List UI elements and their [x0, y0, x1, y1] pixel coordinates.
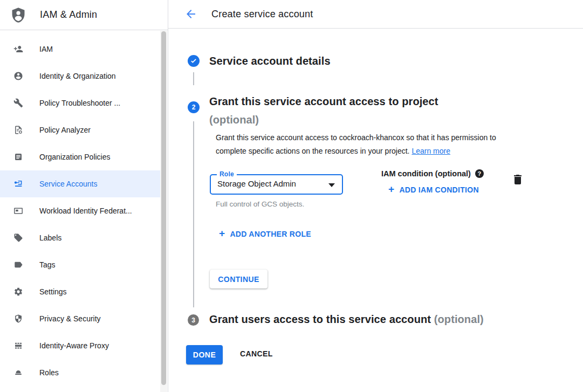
sidebar-nav: IAM Identity & Organization Policy Troub… — [0, 30, 160, 386]
step3-optional-label: (optional) — [434, 313, 484, 325]
step3-heading: Grant users access to this service accou… — [209, 313, 484, 326]
sidebar-item-label: Privacy & Security — [39, 314, 101, 323]
tag-icon — [13, 233, 23, 243]
sidebar-item-policy-analyzer[interactable]: Policy Analyzer — [0, 116, 160, 143]
wrench-icon — [13, 98, 23, 108]
main-area: Create service account Service account d… — [168, 0, 583, 392]
hat-icon — [13, 368, 23, 377]
sidebar-item-label: Workload Identity Federat... — [39, 207, 132, 215]
add-iam-condition-button[interactable]: + ADD IAM CONDITION — [388, 184, 479, 196]
sidebar-item-roles[interactable]: Roles — [0, 359, 160, 386]
sidebar-item-organization-policies[interactable]: Organization Policies — [0, 143, 160, 170]
create-service-account-form: Service account details 2 Grant this ser… — [168, 29, 583, 392]
plus-icon: + — [219, 228, 225, 239]
sidebar-item-label: Identity & Organization — [39, 72, 116, 80]
step2-description-text: Grant this service account access to coc… — [216, 133, 496, 155]
sidebar-item-label: Organization Policies — [39, 153, 111, 161]
sidebar-title: IAM & Admin — [40, 9, 97, 20]
sidebar-item-settings[interactable]: Settings — [0, 278, 160, 305]
sidebar-item-identity-aware-proxy[interactable]: Identity-Aware Proxy — [0, 332, 160, 359]
chevron-down-icon — [328, 183, 335, 187]
add-iam-condition-label: ADD IAM CONDITION — [399, 185, 478, 194]
step2-title: Grant this service account access to pro… — [209, 92, 533, 111]
sidebar-item-iam[interactable]: IAM — [0, 36, 160, 63]
gear-icon — [13, 287, 23, 297]
iam-admin-shield-icon — [10, 6, 27, 24]
sidebar-item-label: Service Accounts — [39, 180, 97, 188]
sidebar-item-label: Policy Analyzer — [39, 126, 91, 134]
shield-half-icon — [13, 314, 23, 324]
sidebar-item-privacy-security[interactable]: Privacy & Security — [0, 305, 160, 332]
step2-description: Grant this service account access to coc… — [216, 131, 518, 158]
policy-analyzer-icon — [13, 125, 23, 135]
step2-optional-label: (optional) — [209, 111, 533, 129]
learn-more-link[interactable]: Learn more — [411, 147, 450, 155]
add-another-role-label: ADD ANOTHER ROLE — [230, 230, 311, 238]
role-helper-text: Full control of GCS objects. — [216, 200, 304, 208]
sidebar-item-label: Roles — [39, 368, 59, 377]
sidebar-item-policy-troubleshooter[interactable]: Policy Troubleshooter ... — [0, 90, 160, 116]
label-icon — [13, 260, 23, 270]
sidebar: IAM & Admin IAM Identity & Organization … — [0, 0, 168, 392]
card-icon — [13, 206, 23, 216]
step-connector — [193, 121, 194, 307]
plus-icon: + — [388, 183, 394, 195]
sidebar-item-service-accounts[interactable]: Service Accounts — [0, 170, 160, 197]
continue-button[interactable]: CONTINUE — [210, 270, 268, 288]
help-icon[interactable]: ? — [475, 169, 484, 178]
topbar: Create service account — [168, 0, 583, 29]
step2-number-badge: 2 — [188, 101, 200, 113]
document-lines-icon — [13, 152, 23, 162]
sidebar-item-label: Policy Troubleshooter ... — [39, 99, 120, 107]
sidebar-header: IAM & Admin — [0, 0, 168, 30]
sidebar-item-workload-identity-federation[interactable]: Workload Identity Federat... — [0, 197, 160, 224]
account-circle-icon — [13, 71, 23, 81]
sidebar-item-identity-organization[interactable]: Identity & Organization — [0, 63, 160, 90]
add-another-role-button[interactable]: + ADD ANOTHER ROLE — [219, 228, 311, 240]
sidebar-item-label: Tags — [39, 260, 56, 269]
back-arrow-icon[interactable] — [184, 8, 197, 20]
sidebar-item-label: Settings — [39, 287, 67, 296]
step1-complete-check-icon — [188, 55, 200, 67]
sidebar-item-label: Identity-Aware Proxy — [39, 341, 109, 350]
sidebar-scrollbar[interactable] — [160, 31, 167, 392]
step3-title: Grant users access to this service accou… — [209, 313, 431, 325]
sidebar-item-labels[interactable]: Labels — [0, 224, 160, 251]
iam-condition-label-row: IAM condition (optional) ? — [381, 169, 484, 178]
step2-heading: Grant this service account access to pro… — [209, 92, 533, 129]
person-add-icon — [13, 44, 23, 54]
proxy-grid-icon — [13, 341, 23, 350]
step3-number: 3 — [191, 317, 195, 324]
role-select[interactable]: Role Storage Object Admin — [210, 174, 343, 195]
iam-condition-label: IAM condition (optional) — [381, 169, 471, 178]
page-title: Create service account — [211, 9, 313, 20]
step-connector — [193, 72, 194, 85]
sidebar-item-tags[interactable]: Tags — [0, 251, 160, 278]
service-account-key-icon — [13, 179, 23, 189]
sidebar-item-label: IAM — [39, 45, 53, 53]
sidebar-scrollbar-thumb[interactable] — [161, 31, 166, 385]
role-select-label: Role — [217, 170, 237, 178]
step1-title: Service account details — [209, 55, 331, 67]
cancel-button[interactable]: CANCEL — [240, 349, 273, 358]
role-select-value: Storage Object Admin — [217, 179, 296, 188]
done-button[interactable]: DONE — [186, 345, 223, 365]
sidebar-item-label: Labels — [39, 233, 61, 242]
step3-number-badge: 3 — [188, 314, 199, 326]
step2-number: 2 — [192, 104, 196, 111]
delete-role-trash-icon[interactable] — [511, 173, 524, 186]
